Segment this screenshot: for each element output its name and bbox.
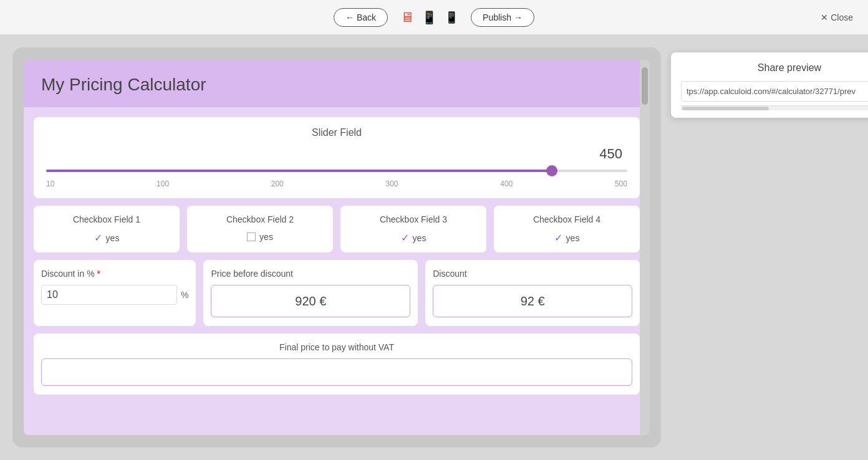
discount-unit: % bbox=[181, 290, 188, 300]
preview-url: tps://app.calculoid.com/#/calculator/327… bbox=[682, 83, 868, 100]
slider-mark-100: 100 bbox=[157, 180, 169, 188]
calculator-header: My Pricing Calculator bbox=[24, 60, 650, 107]
slider-mark-400: 400 bbox=[500, 180, 513, 188]
calculator-body: Slider Field 450 10 100 200 3 bbox=[24, 107, 650, 405]
discount-result-card: Discount 92 € bbox=[425, 260, 640, 326]
final-price-title: Final price to pay without VAT bbox=[41, 342, 632, 352]
discount-percent-card: Discount in % * % bbox=[34, 260, 196, 326]
slider-thumb[interactable] bbox=[546, 165, 557, 176]
checkbox-label-2: Checkbox Field 2 bbox=[195, 214, 326, 224]
mobile-icon[interactable]: 📱 bbox=[445, 11, 458, 24]
checkbox-card-4: Checkbox Field 4 ✓ yes bbox=[494, 206, 640, 252]
final-price-card: Final price to pay without VAT bbox=[34, 333, 640, 395]
device-icons: 🖥 📱 📱 bbox=[400, 9, 458, 26]
checkbox-card-2: Checkbox Field 2 yes bbox=[187, 206, 333, 252]
slider-value: 450 bbox=[46, 146, 627, 162]
checkmark-4: ✓ bbox=[554, 232, 562, 244]
slider-label: Slider Field bbox=[46, 127, 627, 138]
slider-labels: 10 100 200 300 400 500 bbox=[46, 180, 627, 188]
checkbox-item-1[interactable]: ✓ yes bbox=[41, 232, 172, 244]
back-button[interactable]: ← Back bbox=[334, 8, 388, 27]
checkbox-item-4[interactable]: ✓ yes bbox=[501, 232, 632, 244]
share-preview-title: Share preview bbox=[681, 62, 868, 74]
checkbox-card-1: Checkbox Field 1 ✓ yes bbox=[34, 206, 180, 252]
slider-card: Slider Field 450 10 100 200 3 bbox=[34, 117, 640, 198]
checkbox-item-2[interactable]: yes bbox=[195, 232, 326, 242]
checkbox-label-3: Checkbox Field 3 bbox=[348, 214, 479, 224]
slider-mark-200: 200 bbox=[271, 180, 284, 188]
pricing-row: Discount in % * % Price before discount bbox=[34, 260, 640, 326]
url-scrollbar-thumb bbox=[682, 107, 769, 110]
calculator-content: My Pricing Calculator Slider Field 450 bbox=[24, 60, 650, 435]
checkbox-label-1: Checkbox Field 1 bbox=[41, 214, 172, 224]
required-star: * bbox=[97, 269, 100, 279]
checkbox-value-1: yes bbox=[106, 233, 120, 243]
checkbox-item-3[interactable]: ✓ yes bbox=[348, 232, 479, 244]
monitor-icon[interactable]: 🖥 bbox=[400, 9, 414, 26]
discount-input[interactable] bbox=[41, 285, 177, 305]
toolbar: ← Back 🖥 📱 📱 Publish → ✕ Close bbox=[0, 0, 868, 35]
checkmark-1: ✓ bbox=[94, 232, 102, 244]
price-before-label: Price before discount bbox=[211, 269, 410, 279]
price-before-value: 920 € bbox=[211, 285, 410, 317]
price-before-card: Price before discount 920 € bbox=[203, 260, 418, 326]
discount-label-text: Discount in % bbox=[41, 269, 95, 279]
close-button[interactable]: ✕ Close bbox=[821, 12, 853, 22]
checkbox-value-3: yes bbox=[413, 233, 427, 243]
share-preview-popup: Share preview tps://app.calculoid.com/#/… bbox=[671, 52, 868, 118]
right-panel: Share preview tps://app.calculoid.com/#/… bbox=[661, 47, 868, 448]
main-area: My Pricing Calculator Slider Field 450 bbox=[0, 35, 868, 460]
checkbox-box-2 bbox=[247, 232, 256, 241]
discount-input-row: % bbox=[41, 285, 188, 305]
calculator-title: My Pricing Calculator bbox=[41, 75, 632, 95]
slider-track bbox=[46, 170, 627, 172]
slider-mark-300: 300 bbox=[385, 180, 398, 188]
checkbox-value-2: yes bbox=[259, 232, 273, 242]
final-price-box bbox=[41, 358, 632, 386]
tablet-screen: My Pricing Calculator Slider Field 450 bbox=[24, 60, 650, 435]
checkbox-label-4: Checkbox Field 4 bbox=[501, 214, 632, 224]
discount-percent-label: Discount in % * bbox=[41, 269, 188, 279]
tablet-icon[interactable]: 📱 bbox=[422, 10, 437, 25]
discount-result-label: Discount bbox=[433, 269, 632, 279]
toolbar-center: ← Back 🖥 📱 📱 Publish → bbox=[334, 8, 534, 27]
publish-button[interactable]: Publish → bbox=[471, 8, 534, 27]
discount-result-value: 92 € bbox=[433, 285, 632, 317]
checkmark-3: ✓ bbox=[401, 232, 409, 244]
scrollbar[interactable] bbox=[640, 60, 650, 435]
slider-min: 10 bbox=[46, 180, 54, 188]
close-label: ✕ Close bbox=[821, 12, 853, 22]
slider-max: 500 bbox=[615, 180, 627, 188]
slider-fill bbox=[46, 170, 557, 172]
url-row: tps://app.calculoid.com/#/calculator/327… bbox=[681, 81, 868, 102]
slider-track-container bbox=[46, 165, 627, 177]
tablet-frame: My Pricing Calculator Slider Field 450 bbox=[12, 47, 661, 448]
checkbox-row: Checkbox Field 1 ✓ yes Checkbox Field 2 … bbox=[34, 206, 640, 252]
url-scrollbar[interactable] bbox=[681, 105, 868, 110]
scrollbar-thumb[interactable] bbox=[642, 67, 648, 105]
checkbox-card-3: Checkbox Field 3 ✓ yes bbox=[340, 206, 486, 252]
checkbox-value-4: yes bbox=[566, 233, 580, 243]
